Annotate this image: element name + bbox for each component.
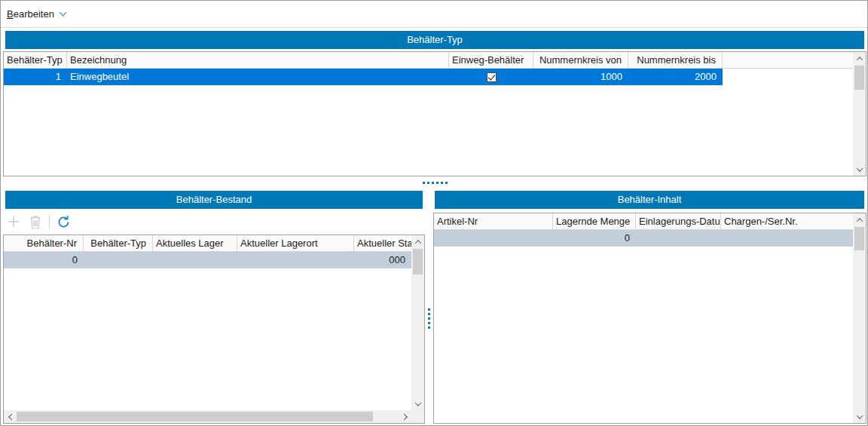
- scrollbar-thumb[interactable]: [413, 249, 423, 274]
- scroll-right-button[interactable]: [399, 410, 411, 423]
- menu-bar: Bearbeiten: [1, 1, 867, 28]
- scrollbar-thumb[interactable]: [17, 412, 373, 421]
- chevron-left-icon: [8, 413, 14, 419]
- column-header-lagernde-menge[interactable]: Lagernde Menge: [553, 213, 636, 229]
- splitter-dot: [428, 317, 430, 320]
- cell-chargen-ser-nr: [721, 230, 853, 247]
- vertical-splitter[interactable]: [425, 213, 433, 424]
- splitter-dot: [436, 182, 439, 184]
- grid-header-row: Behälter-Typ Bezeichnung Einweg-Behälter…: [4, 52, 866, 69]
- grid-row-selected[interactable]: 0 000: [4, 252, 411, 268]
- cell-aktueller-lagerort: [237, 252, 354, 268]
- app-window: Bearbeiten Behälter-Typ Behälter-Typ Bez…: [0, 0, 868, 426]
- bestand-toolbar: [5, 210, 420, 233]
- column-header-behaelter-typ[interactable]: Behälter-Typ: [84, 235, 153, 251]
- scrollbar-thumb[interactable]: [854, 66, 864, 90]
- menu-item-bearbeiten[interactable]: Bearbeiten: [1, 5, 72, 23]
- cell-einweg-behaelter: [449, 69, 533, 85]
- cell-behaelter-typ: [84, 252, 153, 268]
- column-header-artikel-nr[interactable]: Artikel-Nr: [434, 213, 553, 229]
- chevron-right-icon: [401, 413, 407, 419]
- column-header-aktueller-lagerort[interactable]: Aktueller Lagerort: [237, 235, 354, 251]
- scroll-left-button[interactable]: [4, 410, 17, 423]
- scroll-down-button[interactable]: [411, 397, 424, 410]
- panel-caption-behaelter-typ: Behälter-Typ: [5, 31, 864, 49]
- column-header-filler: [723, 52, 866, 68]
- grid-header-row: Artikel-Nr Lagernde Menge Einlagerungs-D…: [434, 213, 853, 230]
- chevron-down-icon: [856, 165, 862, 171]
- scroll-down-button[interactable]: [853, 410, 866, 423]
- chevron-up-icon: [414, 240, 420, 246]
- scroll-up-button[interactable]: [411, 235, 424, 248]
- vertical-scrollbar[interactable]: [411, 235, 424, 410]
- grid-header-row: Behälter-Nr Behälter-Typ Aktuelles Lager…: [4, 235, 411, 252]
- chevron-down-icon: [59, 9, 66, 17]
- chevron-up-icon: [856, 218, 862, 224]
- column-header-nummernkreis-von[interactable]: Nummernkreis von: [533, 52, 628, 68]
- splitter-dot: [432, 182, 434, 184]
- chevron-down-icon: [856, 412, 862, 418]
- cell-aktuelles-lager: [153, 252, 237, 268]
- cell-aktueller-stand: 000: [354, 252, 411, 268]
- plus-icon: [7, 215, 20, 228]
- column-header-nummernkreis-bis[interactable]: Nummernkreis bis: [628, 52, 723, 68]
- scroll-up-button[interactable]: [853, 52, 866, 65]
- splitter-dot: [428, 313, 430, 315]
- scrollbar-thumb[interactable]: [854, 227, 864, 250]
- toolbar-separator: [49, 215, 50, 228]
- chevron-down-icon: [414, 400, 420, 406]
- horizontal-splitter[interactable]: [3, 178, 866, 187]
- column-header-einweg-behaelter[interactable]: Einweg-Behälter: [449, 52, 533, 68]
- column-header-einlagerungs-datum[interactable]: Einlagerungs-Datum: [636, 213, 721, 229]
- chevron-up-icon: [856, 57, 862, 63]
- cell-lagernde-menge: 0: [553, 230, 636, 247]
- vertical-scrollbar[interactable]: [853, 213, 866, 423]
- cell-nummernkreis-bis: 2000: [628, 69, 723, 85]
- behaelter-typ-grid: Behälter-Typ Bezeichnung Einweg-Behälter…: [3, 51, 866, 176]
- cell-behaelter-typ: 1: [4, 69, 67, 85]
- cell-bezeichnung: Einwegbeutel: [67, 69, 449, 85]
- splitter-dot: [445, 182, 448, 184]
- scroll-down-button[interactable]: [853, 163, 866, 176]
- panel-caption-behaelter-inhalt: Behälter-Inhalt: [435, 191, 864, 209]
- refresh-icon: [57, 215, 71, 229]
- scroll-up-button[interactable]: [853, 213, 866, 226]
- cell-einlagerungs-datum: [636, 230, 721, 247]
- column-header-aktueller-stand[interactable]: Aktueller Stand: [354, 235, 411, 251]
- splitter-dot: [428, 308, 430, 311]
- checkbox-checked-icon[interactable]: [487, 72, 497, 82]
- delete-button[interactable]: [27, 213, 44, 231]
- splitter-dot: [428, 322, 430, 324]
- column-header-behaelter-typ[interactable]: Behälter-Typ: [4, 52, 67, 68]
- splitter-dot: [427, 182, 429, 184]
- splitter-dot: [423, 182, 425, 184]
- behaelter-inhalt-grid: Artikel-Nr Lagernde Menge Einlagerungs-D…: [433, 213, 866, 424]
- splitter-dot: [428, 326, 430, 329]
- column-header-bezeichnung[interactable]: Bezeichnung: [67, 52, 449, 68]
- column-header-chargen-ser-nr[interactable]: Chargen-/Ser.Nr.: [721, 213, 853, 229]
- splitter-dot: [441, 182, 443, 184]
- scrollbar-corner: [411, 410, 424, 423]
- vertical-scrollbar[interactable]: [853, 52, 866, 176]
- column-header-behaelter-nr[interactable]: Behälter-Nr: [4, 235, 84, 251]
- cell-behaelter-nr: 0: [4, 252, 84, 268]
- grid-row-selected[interactable]: 1 Einwegbeutel 1000 2000: [4, 69, 723, 85]
- behaelter-bestand-grid: Behälter-Nr Behälter-Typ Aktuelles Lager…: [3, 234, 425, 424]
- panel-caption-behaelter-bestand: Behälter-Bestand: [5, 191, 423, 209]
- trash-icon: [29, 215, 41, 229]
- add-button[interactable]: [5, 213, 22, 231]
- column-header-aktuelles-lager[interactable]: Aktuelles Lager: [153, 235, 237, 251]
- cell-artikel-nr: [434, 230, 553, 247]
- refresh-button[interactable]: [55, 213, 72, 231]
- cell-nummernkreis-von: 1000: [533, 69, 628, 85]
- menu-item-bearbeiten-label: Bearbeiten: [7, 8, 54, 20]
- horizontal-scrollbar[interactable]: [4, 410, 411, 423]
- grid-row-selected[interactable]: 0: [434, 230, 853, 247]
